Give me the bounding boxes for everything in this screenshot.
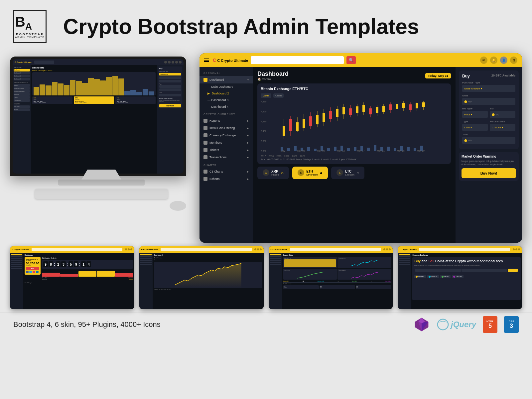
units-input[interactable]: ⬤ 00: [462, 98, 515, 105]
market-warning-box: Market Order Warning Neque porro quisqua…: [459, 152, 519, 181]
svg-rect-21: [349, 108, 352, 115]
sidebar-item-dashboard2[interactable]: ▶ Dashboard 2: [200, 90, 253, 97]
svg-rect-55: [354, 147, 356, 151]
warning-title: Market Order Warning: [462, 155, 516, 158]
total-input[interactable]: ⬤ 00: [462, 137, 515, 144]
svg-text:May 21: May 21: [377, 150, 385, 152]
force-time-select[interactable]: Choose ▾: [490, 124, 515, 131]
svg-rect-49: [314, 149, 317, 151]
stock-chart-svg: [154, 262, 262, 288]
value-tab[interactable]: Value: [261, 93, 271, 98]
large-right-panel: Buy 20 BTC Available Purchase Type Unite…: [456, 67, 522, 243]
svg-text:May 25: May 25: [397, 150, 405, 152]
svg-rect-23: [356, 106, 358, 113]
sidebar-section-personal: PERSONAL: [200, 70, 253, 76]
svg-text:May 17: May 17: [357, 150, 365, 152]
svg-rect-58: [374, 145, 376, 151]
thumb-crypto-stats: C Crypto Ultimate Crypto Stats Bitcoin B…: [269, 246, 393, 309]
svg-rect-29: [376, 107, 378, 113]
sidebar-item-members[interactable]: Members ▶: [200, 139, 253, 146]
svg-rect-61: [394, 148, 396, 151]
monitor-section: C Crypto Ultimate PERSONAL: [10, 50, 193, 243]
svg-text:May 29: May 29: [417, 150, 425, 152]
warning-text: Neque porro quisquam est qui dolorem ips…: [462, 160, 516, 166]
svg-rect-33: [389, 104, 392, 110]
jquery-icon: jQuery: [436, 318, 476, 331]
sidebar-item-transactions[interactable]: Transactions ▶: [200, 154, 253, 161]
mini-buy-panel: Buy Purchase Type Unite Amount Type Tota…: [157, 65, 184, 174]
chart-tab[interactable]: Chart: [273, 93, 284, 98]
reports-icon: [203, 119, 207, 123]
buy-now-button[interactable]: Buy Now!: [462, 168, 516, 178]
svg-rect-9: [309, 116, 312, 126]
echarts-icon: [203, 177, 207, 181]
svg-text:May: May: [281, 150, 285, 152]
exchange-icon: [203, 133, 207, 137]
main-title: Crypto Bootstrap Admin Templates: [63, 15, 419, 38]
buy-panel-title: Buy 20 BTC Available: [462, 74, 515, 78]
large-body: PERSONAL Dashboard ▾ --- Main Dashboard …: [200, 67, 522, 243]
svg-rect-15: [329, 111, 332, 119]
sidebar-item-tickers[interactable]: Tickers ▶: [200, 146, 253, 154]
large-main-content: Dashboard 🏠 Control Today: May 31 Bitcoi…: [253, 67, 456, 243]
user-avatar[interactable]: 👤: [500, 57, 507, 64]
sidebar-section-crypto: Crypto Currency: [200, 111, 253, 117]
sidebar-item-dashboard3[interactable]: --- Dashboard 3: [200, 97, 253, 103]
sidebar-item-exchange[interactable]: Currency Exchange ▶: [200, 132, 253, 139]
coin-tab-xrp[interactable]: X XRP Ripple ○: [257, 167, 289, 179]
gear-icon[interactable]: ⚙: [510, 57, 517, 64]
footer-description: Bootstrap 4, 6 skin, 95+ Plugins, 4000+ …: [13, 320, 161, 329]
svg-text:May 13: May 13: [337, 150, 345, 152]
members-icon: [203, 141, 207, 145]
thumbnails-section: C Crypto Ultimate Dashboard: [0, 243, 532, 313]
header-icons: ✉ 🔔 👤 ⚙: [480, 57, 517, 64]
hamburger-icon[interactable]: [204, 59, 209, 62]
html5-num: 5: [488, 323, 492, 329]
large-search-input[interactable]: [251, 56, 344, 64]
svg-point-78: [438, 319, 448, 330]
mini-topbar: C Crypto Ultimate: [13, 59, 184, 65]
coin-tab-eth[interactable]: E ETH Ethereum ●: [292, 167, 328, 179]
dash-chart: [338, 271, 390, 279]
svg-rect-48: [307, 147, 310, 151]
neo-chart: [284, 271, 336, 279]
ico-icon: [203, 126, 207, 130]
svg-rect-31: [382, 106, 385, 112]
svg-rect-1: [283, 126, 285, 136]
sidebar-item-main-dashboard[interactable]: --- Main Dashboard: [200, 83, 253, 90]
sidebar-item-reports[interactable]: Reports ▶: [200, 117, 253, 124]
jquery-swirl-icon: [436, 318, 450, 331]
thumb-currency-exchange: C Crypto Ultimate Currency Exchange Buy …: [398, 246, 522, 309]
bid-group: Bid ⬤ 00: [490, 107, 515, 118]
svg-rect-19: [342, 107, 345, 114]
monitor-stand: [81, 170, 121, 180]
bid-input[interactable]: ⬤ 00: [490, 111, 515, 118]
purple-gem-icon: [414, 317, 430, 332]
svg-rect-41: [416, 103, 418, 108]
css3-badge: CSS 3: [504, 316, 519, 333]
sidebar-item-dashboard4[interactable]: --- Dashboard 4: [200, 103, 253, 110]
large-dashboard: C C Crypto Ultimate 🔍 ✉ 🔔 👤 ⚙ PERSONAL D…: [200, 53, 522, 243]
bell-icon[interactable]: 🔔: [490, 57, 497, 64]
main-content: C Crypto Ultimate PERSONAL: [0, 50, 532, 243]
sidebar-item-ico[interactable]: Initial Coin Offering ▶: [200, 124, 253, 132]
bid-type-select[interactable]: Price ▾: [462, 111, 488, 118]
mail-icon[interactable]: ✉: [480, 57, 487, 64]
thumb-stock: C Crypto Ultimate Dashboard Stock Events…: [139, 246, 264, 309]
sidebar-item-echarts[interactable]: Echarts ▶: [200, 175, 253, 183]
sidebar-item-dashboard[interactable]: Dashboard ▾: [200, 76, 253, 83]
search-button[interactable]: 🔍: [346, 56, 356, 64]
dashboard-icon: [203, 78, 207, 82]
coin-tab-ltc[interactable]: L LTC Litecoin ○: [331, 167, 364, 179]
type-select[interactable]: Limit ▾: [462, 124, 488, 131]
svg-rect-11: [316, 115, 319, 124]
breadcrumb-lg: 🏠 Control: [257, 77, 289, 81]
mini-logo: C Crypto Ultimate: [15, 61, 32, 63]
svg-rect-39: [409, 104, 412, 110]
svg-rect-46: [294, 146, 297, 151]
jquery-text: jQuery: [451, 320, 476, 329]
sidebar-item-c3charts[interactable]: C3 Charts ▶: [200, 168, 253, 175]
sidebar-section-charts: CHARTS: [200, 162, 253, 168]
svg-rect-13: [323, 113, 325, 122]
purchase-type-select[interactable]: Unite Amount ▾: [462, 85, 515, 92]
